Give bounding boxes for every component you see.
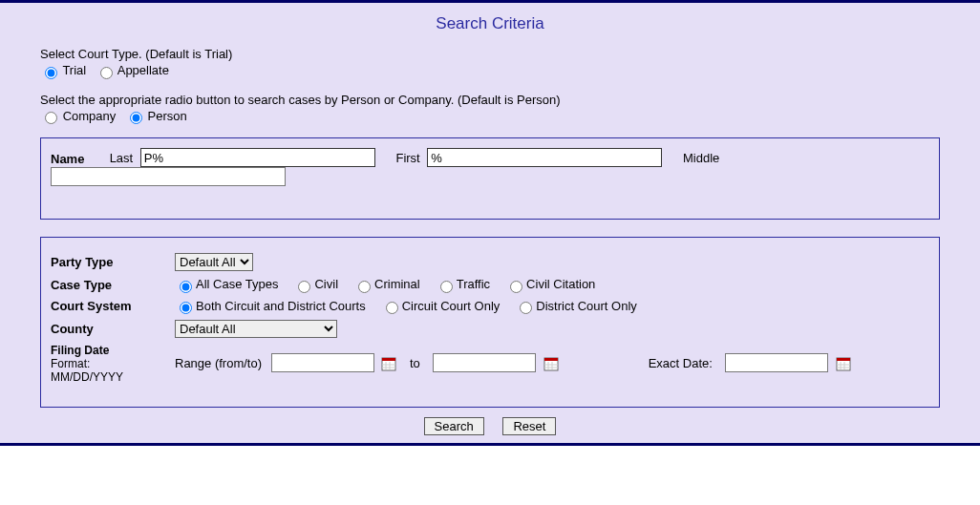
- svg-rect-13: [837, 358, 850, 361]
- court-system-row: Court System Both Circuit and District C…: [51, 299, 929, 315]
- filing-date-from-input[interactable]: [271, 353, 374, 372]
- reset-button[interactable]: Reset: [502, 417, 556, 435]
- court-system-circuit-label[interactable]: Circuit Court Only: [402, 299, 501, 313]
- party-type-select[interactable]: Default All: [175, 253, 253, 271]
- court-type-appellate-label[interactable]: Appellate: [117, 63, 169, 77]
- filing-date-format-label: Format:: [51, 357, 90, 370]
- party-kind-company-radio[interactable]: [45, 112, 57, 124]
- calendar-icon[interactable]: [543, 356, 559, 371]
- case-type-all-label[interactable]: All Case Types: [196, 277, 278, 291]
- case-type-label: Case Type: [51, 278, 175, 292]
- case-type-civcit-label[interactable]: Civil Citation: [526, 277, 595, 291]
- court-system-circuit-radio[interactable]: [386, 302, 398, 314]
- case-type-row: Case Type All Case Types Civil Criminal …: [51, 277, 929, 293]
- court-system-district-radio[interactable]: [520, 302, 532, 314]
- calendar-icon[interactable]: [381, 356, 396, 371]
- case-type-civil-label[interactable]: Civil: [314, 277, 338, 291]
- court-type-appellate-radio[interactable]: [100, 67, 113, 79]
- page-title: Search Criteria: [13, 14, 967, 33]
- case-type-criminal-radio[interactable]: [358, 281, 371, 293]
- search-button[interactable]: Search: [424, 417, 484, 435]
- first-label: First: [395, 151, 419, 165]
- middle-label: Middle: [683, 151, 719, 165]
- filing-date-label: Filing Date: [51, 344, 109, 357]
- search-criteria-page: Search Criteria Select Court Type. (Defa…: [0, 0, 980, 446]
- case-type-criminal-label[interactable]: Criminal: [374, 277, 420, 291]
- party-type-label: Party Type: [51, 255, 175, 269]
- last-name-input[interactable]: [140, 148, 375, 167]
- court-type-radios: Trial Appellate: [40, 63, 967, 79]
- party-kind-person-label[interactable]: Person: [148, 109, 187, 123]
- first-name-input[interactable]: [427, 148, 662, 167]
- case-type-civil-radio[interactable]: [298, 281, 310, 293]
- case-type-civcit-radio[interactable]: [510, 281, 522, 293]
- calendar-icon[interactable]: [836, 356, 851, 371]
- case-type-traffic-radio[interactable]: [440, 281, 453, 293]
- party-kind-intro: Select the appropriate radio button to s…: [40, 93, 967, 107]
- svg-rect-1: [382, 358, 395, 361]
- county-label: County: [51, 322, 175, 336]
- range-label: Range (from/to): [175, 356, 262, 370]
- filing-date-to-input[interactable]: [433, 353, 536, 372]
- court-system-both-label[interactable]: Both Circuit and District Courts: [196, 299, 366, 313]
- filing-date-label-block: Filing Date Format: MM/DD/YYYY: [51, 344, 175, 384]
- court-type-intro: Select Court Type. (Default is Trial): [40, 47, 967, 61]
- court-type-trial-label[interactable]: Trial: [62, 63, 86, 77]
- party-type-row: Party Type Default All: [51, 253, 929, 271]
- filing-date-row: Filing Date Format: MM/DD/YYYY Range (fr…: [51, 344, 929, 384]
- case-type-traffic-label[interactable]: Traffic: [457, 277, 490, 291]
- party-kind-radios: Company Person: [40, 109, 967, 125]
- filing-date-exact-input[interactable]: [725, 353, 828, 372]
- button-row: Search Reset: [13, 417, 967, 435]
- party-kind-person-radio[interactable]: [130, 112, 142, 124]
- name-box: Name Last First Middle: [40, 137, 940, 220]
- filters-box: Party Type Default All Case Type All Cas…: [40, 237, 940, 408]
- case-type-all-radio[interactable]: [180, 281, 192, 293]
- filing-date-format-hint: MM/DD/YYYY: [51, 370, 123, 384]
- court-type-trial-radio[interactable]: [45, 67, 57, 79]
- county-row: County Default All: [51, 320, 929, 338]
- filing-date-fields: Range (from/to) to Exact Date:: [175, 344, 851, 372]
- middle-name-input[interactable]: [51, 167, 286, 186]
- svg-rect-7: [544, 358, 558, 361]
- court-system-district-label[interactable]: District Court Only: [536, 299, 636, 313]
- last-label: Last: [110, 151, 134, 165]
- party-kind-company-label[interactable]: Company: [63, 109, 117, 123]
- to-label: to: [410, 356, 420, 370]
- name-label: Name: [51, 152, 100, 166]
- court-system-label: Court System: [51, 299, 175, 313]
- court-system-both-radio[interactable]: [180, 302, 192, 314]
- county-select[interactable]: Default All: [175, 320, 337, 338]
- exact-date-label: Exact Date:: [649, 356, 713, 370]
